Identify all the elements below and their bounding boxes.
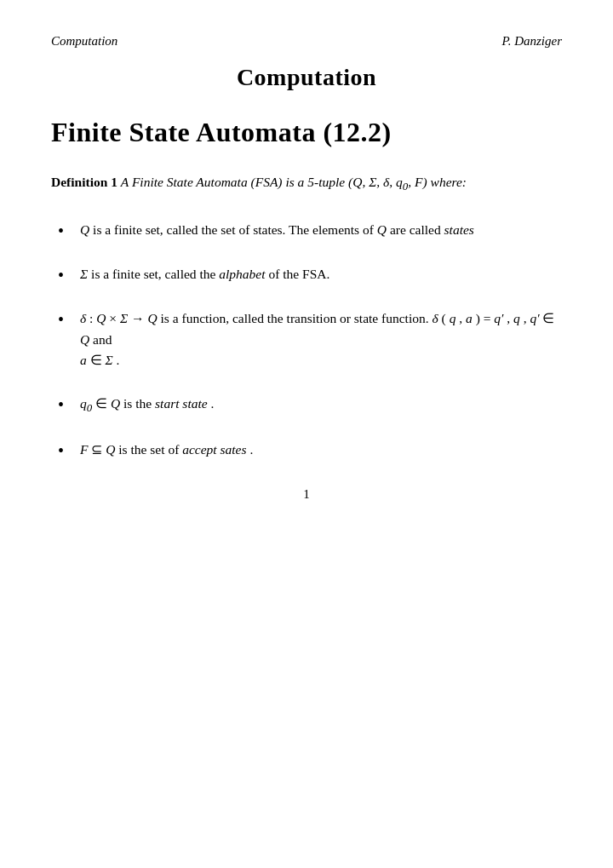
bullet-content-5: F ⊆ Q is the set of accept sates . xyxy=(80,440,562,461)
f-var: F xyxy=(80,442,88,457)
start-state-italic: start state xyxy=(155,396,208,411)
definition-comma2: , xyxy=(389,175,396,189)
bullet-dot-5: • xyxy=(51,440,75,462)
bullet-content-4: q0 ∈ Q is the start state . xyxy=(80,394,562,417)
delta-in: ∈ xyxy=(542,311,554,325)
f-text-2: is the set of xyxy=(118,442,182,457)
definition-text: A Finite State Automata (FSA) is a 5-tup… xyxy=(121,175,467,189)
q0-text-1: ∈ xyxy=(95,396,111,411)
q0-Q: Q xyxy=(111,396,120,411)
definition-tuple: Q xyxy=(352,175,362,189)
definition-intro: A Finite State Automata xyxy=(121,175,251,189)
q0-sub: 0 xyxy=(87,401,92,414)
q-var-1: Q xyxy=(80,222,89,237)
delta-sigma: Σ xyxy=(120,311,128,325)
q-text-2: are called xyxy=(390,222,444,237)
bullet-content-3: δ : Q × Σ → Q is a function, called the … xyxy=(80,308,562,371)
delta-domain: Q xyxy=(96,311,106,325)
definition-paren: ) xyxy=(423,175,431,189)
bullet-dot-3: • xyxy=(51,308,75,331)
definition-comma3: , xyxy=(408,175,415,189)
list-item: • Q is a finite set, called the set of s… xyxy=(51,220,562,242)
delta-sigma2: Σ xyxy=(106,353,113,367)
delta-period: . xyxy=(117,353,120,367)
definition-comma1: , Σ, xyxy=(362,175,383,189)
q0-period: . xyxy=(211,396,215,411)
sigma-var: Σ xyxy=(80,267,88,281)
f-text-1: ⊆ xyxy=(91,442,106,457)
list-item: • F ⊆ Q is the set of accept sates . xyxy=(51,440,562,462)
definition-label: Definition xyxy=(51,175,107,189)
definition-f: F xyxy=(415,175,422,189)
page-footer: 1 xyxy=(51,487,562,502)
q0-var: q xyxy=(80,396,87,411)
f-Q: Q xyxy=(106,442,115,457)
q-text-1: is a finite set, called the set of state… xyxy=(93,222,377,237)
delta-range: Q xyxy=(147,311,157,325)
bullet-content-1: Q is a finite set, called the set of sta… xyxy=(80,220,562,241)
sigma-text-1: is a finite set, called the xyxy=(91,267,219,281)
bullet-content-2: Σ is a finite set, called the alphabet o… xyxy=(80,264,562,285)
main-title: Computation xyxy=(51,64,562,91)
sigma-text-2: of the FSA. xyxy=(268,267,329,281)
list-item: • δ : Q × Σ → Q is a function, called th… xyxy=(51,308,562,371)
delta-func: δ xyxy=(433,311,438,325)
delta-paren1: ( xyxy=(442,311,446,325)
list-item: • q0 ∈ Q is the start state . xyxy=(51,394,562,417)
bullet-dot-1: • xyxy=(51,220,75,242)
page-header: Computation P. Danziger xyxy=(51,34,562,49)
accept-sates-italic: accept sates xyxy=(182,442,246,457)
definition-block: Definition 1 A Finite State Automata (FS… xyxy=(51,172,562,196)
delta-paren2: ) = xyxy=(476,311,495,325)
delta-q2: q xyxy=(513,311,520,325)
q-var-2: Q xyxy=(377,222,387,237)
delta-comma: , xyxy=(459,311,466,325)
delta-Q2: Q xyxy=(80,332,89,347)
page-number: 1 xyxy=(303,487,310,501)
delta-text-3: , xyxy=(507,311,513,325)
bullet-dot-2: • xyxy=(51,264,75,286)
definition-q0: q xyxy=(396,175,403,189)
definition-where: where: xyxy=(431,175,467,189)
delta-text-2: is a function, called the transition or … xyxy=(161,311,433,325)
delta-a: a xyxy=(466,311,473,325)
alphabet-italic: alphabet xyxy=(219,267,265,281)
definition-number: 1 xyxy=(111,175,121,189)
q0-text-2: is the xyxy=(123,396,155,411)
list-item: • Σ is a finite set, called the alphabet… xyxy=(51,264,562,286)
f-period: . xyxy=(249,442,253,457)
header-left: Computation xyxy=(51,34,117,49)
bullet-list: • Q is a finite set, called the set of s… xyxy=(51,220,562,462)
delta-qprime2: q′ xyxy=(530,311,539,325)
delta-q: q xyxy=(450,311,456,325)
header-right: P. Danziger xyxy=(501,34,562,49)
delta-qprime: q′ xyxy=(494,311,503,325)
delta-and: and xyxy=(93,332,112,347)
delta-a2: a xyxy=(80,353,87,367)
delta-var: δ xyxy=(80,311,86,325)
definition-fsa: (FSA) is a 5-tuple ( xyxy=(251,175,353,189)
q-states-italic: states xyxy=(444,222,474,237)
section-title: Finite State Automata (12.2) xyxy=(51,117,562,148)
delta-arrow: → xyxy=(131,311,147,325)
page: Computation P. Danziger Computation Fini… xyxy=(0,0,613,868)
delta-times: × xyxy=(109,311,117,325)
bullet-dot-4: • xyxy=(51,394,75,416)
delta-in2: ∈ xyxy=(90,353,106,367)
